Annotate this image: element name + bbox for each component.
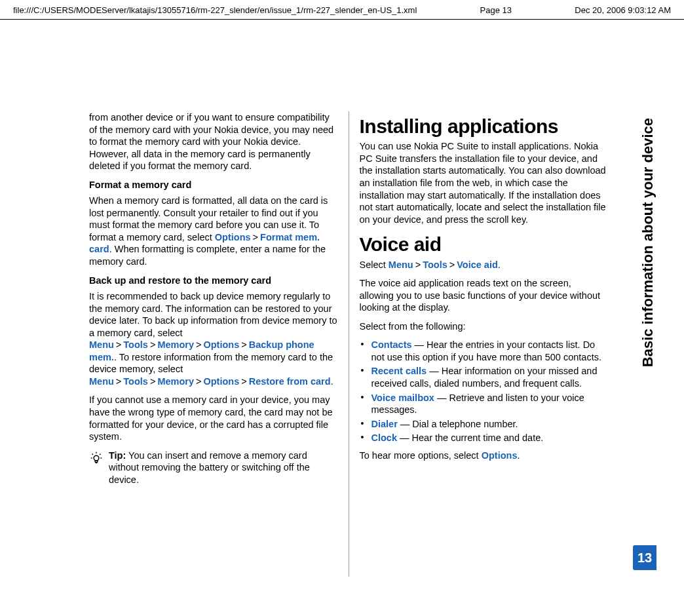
backup-p1-end: . xyxy=(331,376,333,387)
path-memory: Memory xyxy=(157,339,194,350)
path-restore: Restore from card xyxy=(249,376,331,387)
heading-voice-aid: Voice aid xyxy=(360,232,609,257)
print-header: file:///C:/USERS/MODEServer/lkatajis/130… xyxy=(0,0,684,20)
format-body: When a memory card is formatted, all dat… xyxy=(89,195,338,267)
tip-label: Tip: xyxy=(109,450,126,461)
page-body: from another device or if you want to en… xyxy=(79,111,618,577)
svg-point-5 xyxy=(94,455,99,461)
lightbulb-icon xyxy=(89,451,104,469)
list-item: Dialer — Dial a telephone number. xyxy=(360,418,609,431)
list-item: Voice mailbox — Retrieve and listen to y… xyxy=(360,392,609,416)
backup-body-2: If you cannot use a memory card in your … xyxy=(89,394,338,442)
voice-select: Select Menu>Tools>Voice aid. xyxy=(360,259,609,271)
path-options-2: Options xyxy=(203,376,239,387)
list-item: Recent calls — Hear information on your … xyxy=(360,365,609,389)
side-strip: Basic information about your device 13 xyxy=(630,111,656,577)
voice-more-pre: To hear more options, select xyxy=(360,450,482,461)
gt-icon: > xyxy=(148,339,157,350)
voice-desc: The voice aid application reads text on … xyxy=(360,277,609,314)
right-column: Installing applications You can use Noki… xyxy=(349,111,619,577)
voice-path-tools: Tools xyxy=(423,260,447,270)
page-number-tab: 13 xyxy=(633,545,656,570)
voice-more-post: . xyxy=(517,450,520,461)
format-heading: Format a memory card xyxy=(89,179,338,191)
path-menu: Menu xyxy=(89,339,114,350)
path-options: Options xyxy=(203,339,239,350)
path-menu-2: Menu xyxy=(89,376,114,387)
gt-icon: > xyxy=(148,376,157,387)
gt-icon: > xyxy=(114,339,123,350)
tip-body: You can insert and remove a memory card … xyxy=(109,450,310,485)
opt-recent: Recent calls xyxy=(371,366,427,376)
opt-clock-text: — Hear the current time and date. xyxy=(397,433,543,443)
list-item: Contacts — Hear the entries in your cont… xyxy=(360,339,609,363)
install-body: You can use Nokia PC Suite to install ap… xyxy=(360,140,609,225)
svg-line-1 xyxy=(92,453,93,454)
page-root: file:///C:/USERS/MODEServer/lkatajis/130… xyxy=(0,0,684,616)
tip-text: Tip: You can insert and remove a memory … xyxy=(109,450,338,486)
gt-icon: > xyxy=(447,260,457,270)
gt-icon: > xyxy=(251,232,260,242)
gt-icon: > xyxy=(114,376,123,387)
backup-body-1: It is recommended to back up device memo… xyxy=(89,290,338,387)
header-page-label: Page 13 xyxy=(461,5,531,15)
voice-options-list: Contacts — Hear the entries in your cont… xyxy=(360,339,609,444)
header-file-path: file:///C:/USERS/MODEServer/lkatajis/130… xyxy=(13,5,417,15)
list-item: Clock — Hear the current time and date. xyxy=(360,432,609,444)
gt-icon: > xyxy=(194,339,203,350)
opt-voicemb: Voice mailbox xyxy=(371,393,434,403)
format-opt-options: Options xyxy=(215,232,251,242)
tip-row: Tip: You can insert and remove a memory … xyxy=(89,450,338,486)
path-tools: Tools xyxy=(123,339,148,350)
backup-heading: Back up and restore to the memory card xyxy=(89,275,338,287)
opt-dialer: Dialer xyxy=(371,419,398,429)
format-body-post: . When formatting is complete, enter a n… xyxy=(89,244,326,267)
opt-dialer-text: — Dial a telephone number. xyxy=(398,419,518,429)
gt-icon: > xyxy=(194,376,203,387)
gt-icon: > xyxy=(239,339,248,350)
opt-clock: Clock xyxy=(371,433,398,443)
voice-select-pre: Select xyxy=(360,260,389,270)
left-column: from another device or if you want to en… xyxy=(79,111,349,577)
heading-installing: Installing applications xyxy=(360,114,609,139)
svg-line-2 xyxy=(100,453,100,454)
voice-more-opt: Options xyxy=(482,450,518,461)
opt-contacts: Contacts xyxy=(371,339,412,350)
backup-p1-mid: . To restore information from the memory… xyxy=(89,352,333,375)
voice-select-from: Select from the following: xyxy=(360,320,609,333)
path-tools-2: Tools xyxy=(123,376,148,387)
gt-icon: > xyxy=(413,260,423,270)
voice-select-post: . xyxy=(498,260,501,270)
voice-path-voiceaid: Voice aid xyxy=(457,260,498,270)
gt-icon: > xyxy=(239,376,248,387)
path-memory-2: Memory xyxy=(157,376,194,387)
header-timestamp: Dec 20, 2006 9:03:12 AM xyxy=(575,5,671,15)
backup-p1-pre: It is recommended to back up device memo… xyxy=(89,291,337,338)
voice-more: To hear more options, select Options. xyxy=(360,450,609,462)
left-intro: from another device or if you want to en… xyxy=(89,111,338,172)
side-caption: Basic information about your device xyxy=(639,118,656,367)
voice-path-menu: Menu xyxy=(389,260,413,270)
